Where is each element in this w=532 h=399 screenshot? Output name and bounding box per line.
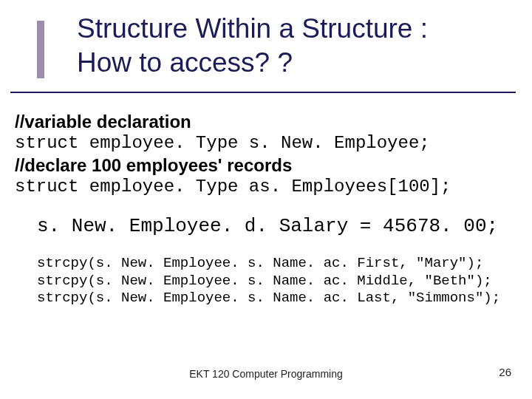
slide: Structure Within a Structure : How to ac… bbox=[0, 0, 532, 399]
title-line-1: Structure Within a Structure : bbox=[44, 12, 502, 46]
title-line-2: How to access? ? bbox=[44, 46, 502, 80]
code-strcpy-3: strcpy(s. New. Employee. s. Name. ac. La… bbox=[37, 290, 510, 307]
code-decl-2: struct employee. Type as. Employees[100]… bbox=[15, 176, 510, 197]
slide-body: //variable declaration struct employee. … bbox=[15, 111, 510, 307]
title-underline bbox=[10, 92, 516, 93]
footer-page-number: 26 bbox=[499, 366, 511, 378]
footer-course-label: EKT 120 Computer Programming bbox=[0, 368, 532, 380]
code-comment-1: //variable declaration bbox=[15, 111, 510, 132]
code-block-assign: s. New. Employee. d. Salary = 45678. 00; bbox=[15, 215, 510, 239]
code-block-strcpy: strcpy(s. New. Employee. s. Name. ac. Fi… bbox=[15, 255, 510, 307]
code-decl-1: struct employee. Type s. New. Employee; bbox=[15, 132, 510, 154]
code-strcpy-1: strcpy(s. New. Employee. s. Name. ac. Fi… bbox=[37, 255, 510, 273]
code-comment-2: //declare 100 employees' records bbox=[15, 154, 510, 176]
title-bullet-decoration bbox=[37, 21, 44, 78]
code-strcpy-2: strcpy(s. New. Employee. s. Name. ac. Mi… bbox=[37, 273, 510, 290]
slide-title: Structure Within a Structure : How to ac… bbox=[44, 12, 502, 81]
code-assign: s. New. Employee. d. Salary = 45678. 00; bbox=[37, 215, 510, 239]
